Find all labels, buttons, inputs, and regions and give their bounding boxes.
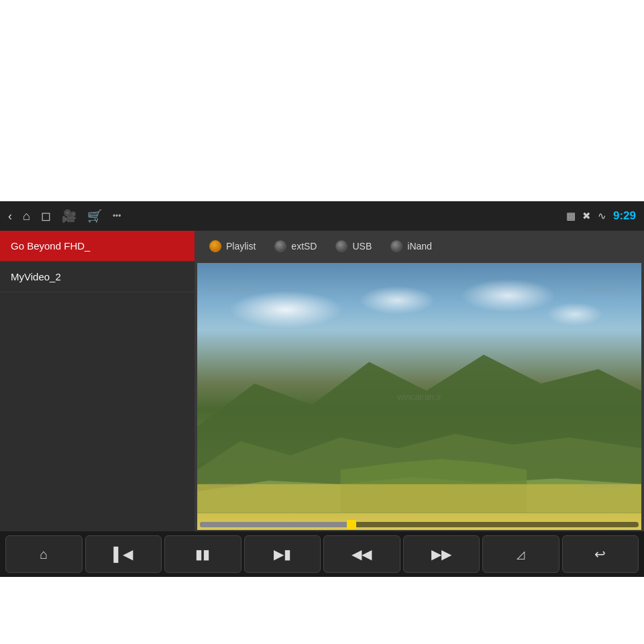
- bluetooth-icon: ✖: [582, 210, 591, 222]
- video-player[interactable]: wincairan.ir wincairan.ir wincairan.ir w…: [197, 263, 641, 530]
- seek-bar[interactable]: [200, 522, 639, 527]
- next-button[interactable]: ▶▮: [244, 535, 321, 573]
- cast-icon: ▦: [566, 210, 576, 222]
- extsd-dot: [274, 240, 286, 252]
- home-nav-icon[interactable]: ⌂: [23, 209, 30, 223]
- wifi-icon: ∿: [598, 210, 606, 222]
- main-content: Go Beyond FHD_ MyVideo_2 Playlist extSD: [0, 231, 644, 531]
- svg-rect-4: [197, 484, 641, 513]
- mountain-svg: [197, 326, 641, 513]
- right-icons: ▦ ✖ ∿ 9:29: [566, 209, 636, 223]
- controls-bar: ⌂ ▌◀ ▮▮ ▶▮ ◀◀ ▶▶ ◿ ↩: [0, 531, 644, 577]
- playlist-dot: [209, 240, 221, 252]
- playlist-item-2[interactable]: MyVideo_2: [0, 262, 195, 292]
- seek-bar-fill: [200, 522, 354, 527]
- right-panel: Playlist extSD USB iNand: [195, 231, 644, 531]
- bag-nav-icon[interactable]: 🛒: [87, 209, 102, 223]
- nav-icons: ‹ ⌂ ◻ 🎥 🛒 •••: [8, 209, 559, 223]
- seek-bar-thumb: [347, 520, 356, 529]
- device-frame: ‹ ⌂ ◻ 🎥 🛒 ••• ▦ ✖ ∿ 9:29 Go Beyond FHD_ …: [0, 201, 644, 577]
- playlist-panel: Go Beyond FHD_ MyVideo_2: [0, 231, 195, 531]
- forward-button[interactable]: ▶▶: [403, 535, 480, 573]
- usb-dot: [335, 240, 347, 252]
- tab-usb[interactable]: USB: [329, 237, 378, 256]
- status-time: 9:29: [613, 209, 636, 223]
- inand-dot: [390, 240, 402, 252]
- playlist-item-1[interactable]: Go Beyond FHD_: [0, 231, 195, 262]
- prev-button[interactable]: ▌◀: [85, 535, 162, 573]
- pause-button[interactable]: ▮▮: [164, 535, 241, 573]
- recents-nav-icon[interactable]: ◻: [41, 209, 51, 223]
- status-bar: ‹ ⌂ ◻ 🎥 🛒 ••• ▦ ✖ ∿ 9:29: [0, 201, 644, 231]
- rewind-button[interactable]: ◀◀: [323, 535, 400, 573]
- tab-inand[interactable]: iNand: [384, 237, 439, 256]
- home-button[interactable]: ⌂: [5, 535, 83, 573]
- tab-extsd[interactable]: extSD: [268, 237, 323, 256]
- fullscreen-button[interactable]: ◿: [482, 535, 559, 573]
- tab-playlist[interactable]: Playlist: [203, 237, 262, 256]
- back-button[interactable]: ↩: [562, 535, 639, 573]
- dots-icon: •••: [113, 211, 121, 221]
- back-nav-icon[interactable]: ‹: [8, 209, 12, 223]
- source-tabs: Playlist extSD USB iNand: [195, 231, 644, 262]
- video-background: [197, 263, 641, 530]
- camera-nav-icon[interactable]: 🎥: [62, 209, 76, 223]
